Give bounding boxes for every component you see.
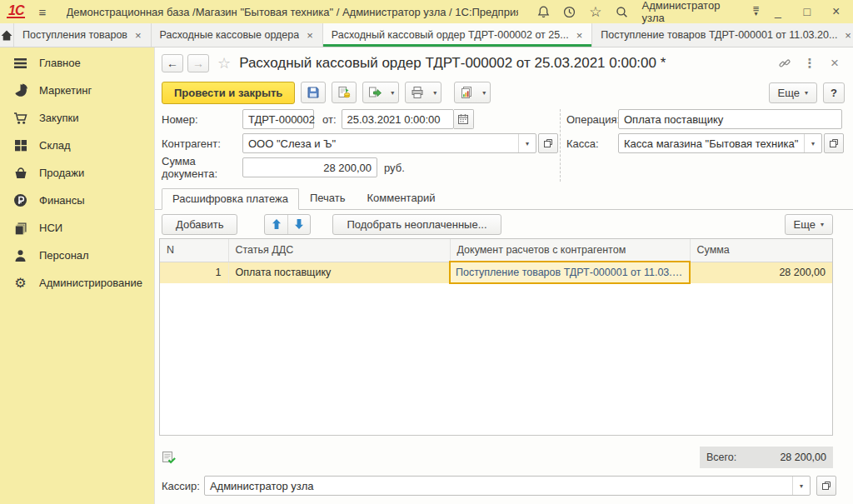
minimize-icon[interactable]: _: [767, 3, 788, 20]
dropdown-icon[interactable]: ▾: [387, 82, 398, 102]
favorites-star-icon[interactable]: ☆: [586, 3, 604, 20]
main-menu-icon[interactable]: ≡: [33, 3, 51, 20]
person-icon: [12, 248, 28, 263]
sidebar-item-administration[interactable]: ⚙ Администрирование: [0, 269, 154, 297]
operation-label: Операция:: [566, 113, 618, 126]
col-header-n[interactable]: N: [160, 239, 228, 262]
tab-cash-order-document[interactable]: Расходный кассовый ордер ТДРТ-000002 от …: [323, 23, 592, 47]
create-based-on-button[interactable]: ▾: [362, 82, 399, 103]
tab-goods-receipt-document[interactable]: Поступление товаров ТДРТ-000001 от 11.03…: [592, 23, 853, 47]
add-row-button[interactable]: Добавить: [162, 214, 237, 235]
back-button[interactable]: ←: [162, 54, 183, 72]
create-based-on-icon: [363, 82, 387, 102]
close-tab-icon[interactable]: ×: [134, 29, 142, 42]
dropdown-icon[interactable]: ▾: [804, 134, 821, 152]
header-more-button[interactable]: Еще▾: [769, 82, 817, 103]
title-bar: 1С ≡ Демонстрационная база /Магазин "Быт…: [0, 0, 853, 23]
current-user[interactable]: Администратор узла: [642, 0, 741, 24]
dropdown-icon[interactable]: ▾: [429, 82, 441, 102]
pick-unpaid-button[interactable]: Подобрать неоплаченные...: [332, 214, 501, 235]
history-icon[interactable]: [561, 3, 578, 20]
table-row[interactable]: 1 Оплата поставщику Поступление товаров …: [160, 262, 832, 283]
total-value: 28 200,00: [736, 452, 826, 463]
tab-payment-details[interactable]: Расшифровка платежа: [162, 188, 299, 210]
search-icon[interactable]: [613, 3, 631, 20]
cell-settlement-doc[interactable]: Поступление товаров ТДРТ-000001 от 11.03…: [450, 262, 690, 283]
close-tab-icon[interactable]: ×: [306, 29, 314, 42]
dropdown-icon: ▾: [805, 89, 808, 97]
post-document-button[interactable]: [332, 82, 357, 103]
operation-field[interactable]: Оплата поставщику: [618, 109, 842, 129]
help-button[interactable]: ?: [823, 82, 845, 103]
report-icon: [455, 82, 478, 102]
service-menu-icon[interactable]: ≡▾: [753, 7, 760, 17]
cell-row-number[interactable]: 1: [160, 262, 228, 283]
tab-cash-orders[interactable]: Расходные кассовые ордера ×: [152, 23, 323, 47]
dropdown-icon[interactable]: ▾: [478, 82, 490, 102]
open-cashbox-icon[interactable]: [824, 133, 844, 153]
home-tab[interactable]: [0, 23, 14, 47]
reports-button[interactable]: ▾: [454, 82, 491, 103]
cashbox-label: Касса:: [566, 137, 618, 150]
open-cashier-icon[interactable]: [816, 476, 836, 496]
total-label: Всего:: [706, 452, 736, 463]
number-label: Номер:: [162, 113, 242, 126]
move-row-up-icon[interactable]: [265, 215, 287, 234]
more-actions-kebab-icon[interactable]: ⋮: [800, 54, 820, 72]
post-and-close-button[interactable]: Провести и закрыть: [162, 82, 295, 104]
dropdown-icon[interactable]: ▾: [792, 477, 810, 495]
save-icon: [302, 82, 325, 102]
stacked-docs-icon: [12, 221, 28, 236]
contractor-label: Контрагент:: [162, 137, 242, 150]
close-tab-icon[interactable]: ×: [844, 29, 852, 42]
close-form-icon[interactable]: ×: [825, 54, 845, 72]
tab-goods-receipts[interactable]: Поступления товаров ×: [14, 23, 152, 47]
col-header-settlement-doc[interactable]: Документ расчетов с контрагентом: [450, 239, 690, 262]
tab-print[interactable]: Печать: [299, 187, 357, 209]
dropdown-icon[interactable]: ▾: [518, 134, 536, 152]
save-button[interactable]: [301, 82, 326, 103]
currency-label: руб.: [384, 162, 405, 174]
document-form: ← → ☆ Расходный кассовый ордер ТДРТ-0000…: [154, 47, 853, 504]
section-sidebar: Главное Маркетинг Закупки Склад Продажи: [0, 47, 154, 504]
sidebar-item-purchases[interactable]: Закупки: [0, 104, 154, 132]
maximize-icon[interactable]: □: [796, 3, 817, 20]
sidebar-item-finance[interactable]: Финансы: [0, 187, 154, 214]
forward-button[interactable]: →: [187, 54, 209, 72]
contractor-field[interactable]: ООО "Слеза и Ъ" ▾: [242, 133, 536, 153]
cashier-field[interactable]: Администратор узла ▾: [204, 476, 811, 496]
cart-icon: [12, 111, 28, 126]
favorite-star-icon[interactable]: ☆: [217, 54, 231, 72]
tab-comment[interactable]: Комментарий: [357, 187, 446, 209]
detail-tabs: Расшифровка платежа Печать Комментарий: [155, 187, 853, 210]
close-tab-icon[interactable]: ×: [576, 29, 584, 42]
sidebar-item-warehouse[interactable]: Склад: [0, 132, 154, 159]
cell-article[interactable]: Оплата поставщику: [228, 262, 450, 283]
sidebar-item-marketing[interactable]: Маркетинг: [0, 77, 154, 104]
date-field[interactable]: 25.03.2021 0:00:00: [342, 109, 454, 129]
col-header-amount[interactable]: Сумма: [690, 239, 832, 262]
cell-amount[interactable]: 28 200,00: [690, 262, 832, 283]
sidebar-item-masterdata[interactable]: НСИ: [0, 214, 154, 242]
sidebar-item-sales[interactable]: Продажи: [0, 159, 154, 187]
move-row-down-icon[interactable]: [287, 215, 310, 234]
payment-details-table: N Статья ДДС Документ расчетов с контраг…: [159, 238, 833, 436]
number-field[interactable]: ТДРТ-000002: [242, 109, 314, 129]
sidebar-item-main[interactable]: Главное: [0, 49, 154, 77]
amount-field[interactable]: 28 200,00: [242, 157, 377, 177]
date-label: от:: [322, 113, 337, 126]
home-icon: [0, 29, 13, 42]
open-contractor-icon[interactable]: [538, 133, 558, 153]
lines-icon: [12, 56, 28, 71]
close-window-icon[interactable]: ×: [826, 3, 846, 20]
post-document-icon: [332, 82, 356, 102]
get-link-icon[interactable]: [775, 54, 795, 72]
basket-icon: [12, 166, 28, 181]
table-more-button[interactable]: Еще▾: [785, 214, 833, 235]
notifications-bell-icon[interactable]: [535, 3, 552, 20]
print-button[interactable]: ▾: [405, 82, 441, 103]
sidebar-item-personnel[interactable]: Персонал: [0, 242, 154, 269]
calendar-icon[interactable]: [454, 109, 474, 129]
cashbox-field[interactable]: Касса магазина "Бытовая техника" ▾: [618, 133, 822, 153]
col-header-article[interactable]: Статья ДДС: [228, 239, 450, 262]
